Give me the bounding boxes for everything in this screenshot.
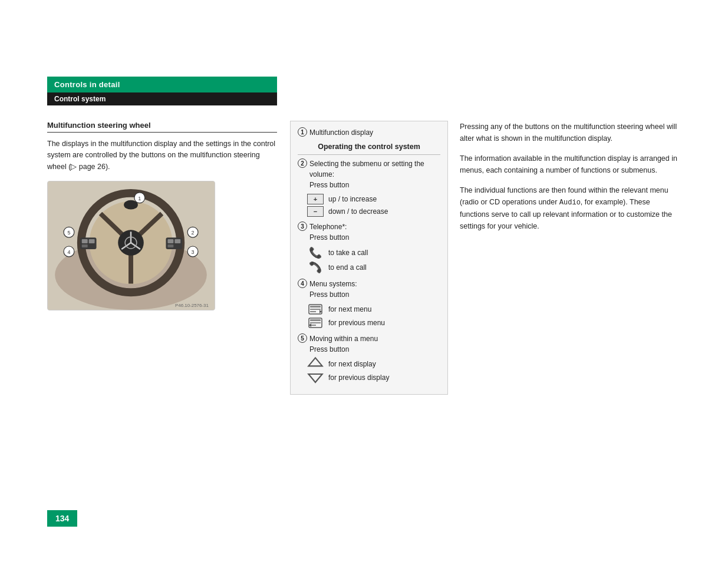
item1-text: Multifunction display [309,127,373,138]
page-number: 134 [47,510,77,527]
mid-item-5: 5 Moving within a menu Press button for … [298,333,440,384]
svg-rect-38 [310,319,321,321]
right-para-1: Pressing any of the buttons on the multi… [460,121,678,144]
svg-rect-35 [310,311,316,312]
svg-rect-34 [310,309,321,310]
header-bar: Controls in detail Control system [47,77,277,105]
section-title: Controls in detail [47,77,277,92]
circled-1: 1 [298,127,307,137]
section-subtitle: Control system [47,92,277,105]
left-column: Multifunction steering wheel The display… [47,121,277,310]
minus-icon: − [307,206,324,217]
svg-rect-15 [82,244,88,247]
item3-press: Press button [309,232,440,243]
next-menu-row: for next menu [307,303,440,315]
circled-2: 2 [298,158,307,168]
take-call-label: to take a call [328,249,368,257]
item4-label: Menu systems: [309,279,440,289]
next-menu-icon [307,303,324,315]
circled-4: 4 [298,279,307,288]
take-call-row: 📞 to take a call [307,246,440,259]
item5-label: Moving within a menu [309,333,440,344]
next-menu-label: for next menu [328,305,371,313]
svg-rect-12 [80,237,97,249]
svg-text:4: 4 [67,249,70,255]
svg-rect-39 [310,322,321,323]
operating-title: Operating the control system [298,143,440,151]
svg-text:P46.10-2576-31: P46.10-2576-31 [175,303,209,308]
plus-icon: + [307,194,324,204]
right-column: Pressing any of the buttons on the multi… [460,121,678,240]
mid-item-1: 1 Multifunction display [298,127,440,138]
next-display-row: for next display [307,358,440,370]
item3-label: Telephone*: [309,222,440,232]
next-display-label: for next display [328,360,376,368]
mid-item-2: 2 Selecting the submenu or setting the v… [298,158,440,217]
right-para-3-code: Audio [559,199,581,207]
middle-column: 1 Multifunction display Operating the co… [290,121,448,395]
item5-press: Press button [309,344,440,355]
next-display-icon [307,358,324,370]
down-row: − down / to decrease [307,206,440,217]
down-label: down / to decrease [328,207,388,216]
prev-menu-icon [307,317,324,329]
svg-rect-14 [89,239,95,243]
item2-label: Selecting the submenu or setting the vol… [309,158,440,180]
prev-menu-row: for previous menu [307,317,440,329]
svg-text:3: 3 [192,249,195,255]
mid-item-4: 4 Menu systems: Press button for next me… [298,279,440,329]
svg-text:5: 5 [67,230,70,236]
item4-press: Press button [309,289,440,300]
circled-3: 3 [298,222,307,231]
prev-menu-label: for previous menu [328,319,385,327]
svg-rect-33 [310,306,321,308]
svg-marker-43 [308,374,322,382]
mid-item-3: 3 Telephone*: Press button 📞 to take a c… [298,222,440,274]
prev-display-icon [307,372,324,384]
prev-display-row: for previous display [307,372,440,384]
phone-on-hook-icon: 📞 [307,261,324,274]
item2-press: Press button [309,180,440,190]
svg-rect-18 [174,239,180,243]
svg-marker-42 [308,358,322,366]
phone-off-hook-icon: 📞 [307,246,324,259]
svg-rect-16 [166,237,182,249]
left-section-title: Multifunction steering wheel [47,121,277,133]
up-row: + up / to increase [307,194,440,204]
end-call-label: to end a call [328,263,367,272]
end-call-row: 📞 to end a call [307,261,440,274]
right-para-2: The information available in the multifu… [460,153,678,176]
prev-display-label: for previous display [328,373,389,382]
svg-text:1: 1 [138,196,141,201]
steering-wheel-image: 1 2 3 4 5 P46.10-2576-31 [47,181,215,310]
svg-text:2: 2 [192,230,195,236]
right-para-3: The individual functions are then found … [460,184,678,232]
svg-rect-19 [167,244,173,247]
circled-5: 5 [298,333,307,343]
svg-rect-13 [82,239,88,243]
left-body-text: The displays in the multifunction displa… [47,138,277,173]
up-label: up / to increase [328,195,377,203]
svg-rect-17 [167,239,173,243]
